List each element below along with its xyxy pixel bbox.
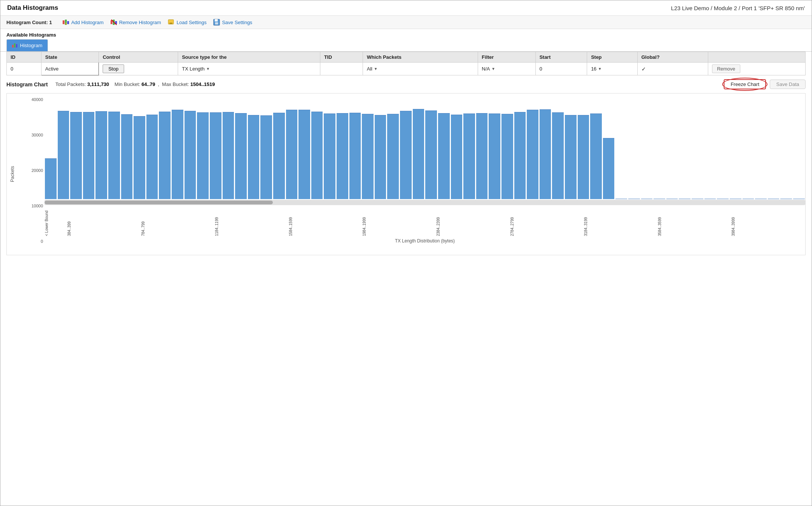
load-settings-icon xyxy=(168,19,175,26)
remove-histogram-label: Remove Histogram xyxy=(119,20,161,25)
cell-start: 0 xyxy=(535,63,587,75)
remove-histogram-icon xyxy=(111,19,117,26)
bar xyxy=(134,116,145,199)
load-settings-label: Load Settings xyxy=(177,20,207,25)
toolbar: Histogram Count: 1 Add Histogram Remove … xyxy=(0,16,812,29)
bar xyxy=(197,112,209,199)
x-axis-label: 3584..3599 xyxy=(658,207,732,236)
bar xyxy=(387,114,399,199)
table-row: 0 Active Stop TX Length ▼ All xyxy=(7,63,806,75)
bar xyxy=(628,199,640,199)
bar xyxy=(780,199,792,199)
scrollbar-thumb[interactable] xyxy=(45,201,273,204)
bar xyxy=(755,199,767,199)
bar xyxy=(578,115,589,199)
bar xyxy=(311,112,323,199)
x-axis-labels: < Lower Bound384..399784..7991184..11991… xyxy=(45,206,805,236)
histogram-table-container: ID State Control Source type for the TID… xyxy=(0,52,812,75)
bar xyxy=(413,109,424,199)
cell-tid xyxy=(320,63,363,75)
add-histogram-icon xyxy=(63,19,69,26)
add-histogram-label: Add Histogram xyxy=(71,20,104,25)
bar xyxy=(121,114,133,199)
cell-id: 0 xyxy=(7,63,42,75)
bar xyxy=(793,199,805,199)
title-bar: Data Histograms L23 Live Demo / Module 2… xyxy=(0,0,812,16)
bar xyxy=(476,113,488,199)
save-settings-button[interactable]: Save Settings xyxy=(213,19,252,26)
y-axis: 40000 30000 20000 10000 0 xyxy=(18,94,45,255)
add-histogram-button[interactable]: Add Histogram xyxy=(63,19,104,26)
bar xyxy=(260,115,272,199)
col-global: Global? xyxy=(637,52,708,63)
save-data-button[interactable]: Save Data xyxy=(770,80,806,89)
bar xyxy=(248,115,260,199)
chart-plot: < Lower Bound384..399784..7991184..11991… xyxy=(45,94,805,255)
bar xyxy=(172,110,183,199)
x-axis-bottom-label: TX Length Distribution (bytes) xyxy=(45,236,805,244)
x-axis-label: 784..799 xyxy=(141,207,215,236)
col-which-packets: Which Packets xyxy=(363,52,478,63)
x-axis-label: 2784..2799 xyxy=(510,207,584,236)
bar xyxy=(425,110,437,199)
bar xyxy=(45,158,57,199)
col-state: State xyxy=(41,52,98,63)
histogram-table: ID State Control Source type for the TID… xyxy=(6,52,806,75)
x-axis-label: 2384..2399 xyxy=(436,207,510,236)
bar xyxy=(70,112,82,199)
bar xyxy=(337,113,348,199)
x-axis-label: 1584..1599 xyxy=(289,207,363,236)
svg-rect-0 xyxy=(63,20,65,24)
col-tid: TID xyxy=(320,52,363,63)
col-filter: Filter xyxy=(478,52,535,63)
svg-rect-14 xyxy=(14,43,15,48)
step-dropdown-arrow: ▼ xyxy=(598,67,602,71)
remove-histogram-button[interactable]: Remove Histogram xyxy=(111,19,161,26)
bar xyxy=(654,199,665,199)
filter-dropdown-arrow: ▼ xyxy=(492,67,495,71)
bar xyxy=(451,115,463,199)
cell-control: Stop xyxy=(99,63,178,75)
save-settings-icon xyxy=(213,19,220,26)
cell-global: ✓ xyxy=(637,63,708,75)
svg-rect-11 xyxy=(215,19,218,21)
histogram-count-label: Histogram Count: 1 xyxy=(6,20,52,25)
x-axis-label: 1184..1199 xyxy=(215,207,289,236)
x-axis-scrollbar[interactable] xyxy=(45,200,805,205)
col-start: Start xyxy=(535,52,587,63)
histogram-tab[interactable]: Histogram xyxy=(6,39,48,51)
bar xyxy=(666,199,678,199)
load-settings-button[interactable]: Load Settings xyxy=(168,19,207,26)
chart-area: Packets 40000 30000 20000 10000 0 < Lowe… xyxy=(6,93,806,255)
bar xyxy=(362,114,374,199)
stop-button[interactable]: Stop xyxy=(103,64,124,73)
save-settings-label: Save Settings xyxy=(222,20,252,25)
bar xyxy=(540,109,551,199)
chart-buttons: Freeze Chart Save Data xyxy=(724,79,806,89)
bar xyxy=(463,113,475,199)
source-type-dropdown-arrow: ▼ xyxy=(206,67,210,71)
chart-header: Histogram Chart Total Packets: 3,111,730… xyxy=(6,79,806,89)
bar xyxy=(83,112,95,199)
col-step: Step xyxy=(587,52,637,63)
svg-rect-12 xyxy=(215,22,218,25)
bars-container xyxy=(45,94,805,199)
bar xyxy=(768,199,780,199)
main-window: Data Histograms L23 Live Demo / Module 2… xyxy=(0,0,812,506)
bar xyxy=(210,112,221,199)
cell-remove: Remove xyxy=(708,63,806,75)
bar xyxy=(514,112,526,199)
bar xyxy=(438,113,450,199)
bar xyxy=(273,113,285,199)
cell-step: 16 ▼ xyxy=(587,63,637,75)
bar xyxy=(108,112,120,199)
bar xyxy=(235,113,247,199)
remove-button[interactable]: Remove xyxy=(712,64,740,73)
x-axis-label: 1984..1999 xyxy=(362,207,436,236)
freeze-chart-button[interactable]: Freeze Chart xyxy=(724,79,766,89)
tab-bar: Histogram xyxy=(0,39,812,52)
bar xyxy=(501,114,513,199)
x-axis-label: 3184..3199 xyxy=(584,207,658,236)
x-axis-label: 3984..3999 xyxy=(731,207,805,236)
bar xyxy=(400,111,412,199)
